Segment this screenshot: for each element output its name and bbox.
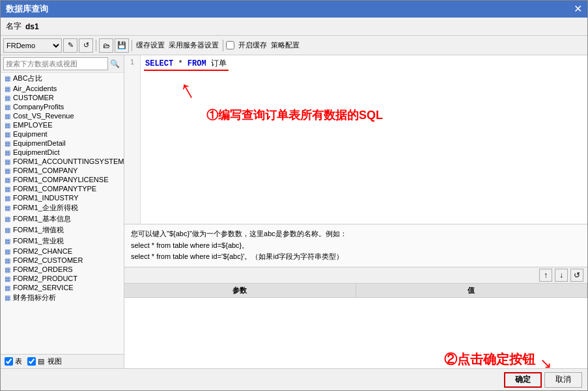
table-list-item[interactable]: ▦FORM2_ORDERS [1, 265, 124, 274]
table-row-icon: ▦ [5, 94, 10, 101]
value-col-header: 值 [356, 284, 588, 297]
server-settings-label: 采用服务器设置 [169, 40, 219, 50]
params-refresh-button[interactable]: ↺ [570, 269, 583, 282]
table-list: ▦ABC占比▦Air_Accidents▦CUSTOMER▦CompanyPro… [1, 73, 124, 354]
table-item-label: EquipmentDetail [13, 139, 66, 147]
table-item-label: FORM1_COMPANY [13, 167, 77, 174]
toolbar: FRDemo ✎ ↺ 🗁 💾 缓存设置 采用服务器设置 开启缓存 策略配置 [1, 36, 587, 55]
cancel-button[interactable]: 取消 [544, 372, 582, 388]
table-list-item[interactable]: ▦FORM1_COMPANYLICENSE [1, 175, 124, 184]
table-item-label: 财务指标分析 [13, 293, 56, 303]
table-item-label: FORM2_CUSTOMER [13, 256, 83, 264]
annotation-arrow2: ↘ [540, 355, 552, 372]
table-list-item[interactable]: ▦FORM2_PRODUCT [1, 274, 124, 283]
table-row-icon: ▦ [5, 140, 10, 147]
move-down-button[interactable]: ↓ [555, 269, 568, 282]
table-row-icon: ▦ [5, 176, 10, 183]
table-list-item[interactable]: ▦FORM2_CHANCE [1, 247, 124, 256]
table-row-icon: ▦ [5, 248, 10, 255]
params-col-header: 参数 [124, 284, 356, 297]
table-list-item[interactable]: ▦CompanyProfits [1, 102, 124, 111]
database-query-dialog: 数据库查询 ✕ 名字 ds1 FRDemo ✎ ↺ 🗁 💾 缓存设置 采用服务器… [0, 0, 588, 391]
table-row-icon: ▦ [5, 75, 10, 82]
table-list-item[interactable]: ▦EMPLOYEE [1, 120, 124, 129]
open-file-button[interactable]: 🗁 [99, 38, 113, 53]
table-list-item[interactable]: ▦EquipmentDetail [1, 139, 124, 148]
table-list-item[interactable]: ▦FORM1_营业税 [1, 236, 124, 247]
table-row-icon: ▦ [5, 237, 10, 245]
table-row-icon: ▦ [5, 131, 10, 138]
dialog-title: 数据库查询 [6, 3, 48, 15]
table-item-label: Air_Accidents [13, 85, 57, 92]
table-list-item[interactable]: ▦FORM1_基本信息 [1, 213, 124, 224]
move-up-button[interactable]: ↑ [539, 269, 552, 282]
table-list-item[interactable]: ▦Air_Accidents [1, 84, 124, 93]
datasource-select[interactable]: FRDemo [3, 38, 62, 53]
search-input[interactable] [3, 57, 108, 70]
table-row-icon: ▦ [5, 85, 10, 92]
table-list-item[interactable]: ▦FORM1_COMPANY [1, 166, 124, 175]
table-item-label: CUSTOMER [13, 94, 54, 101]
close-button[interactable]: ✕ [574, 4, 582, 14]
view-checkbox[interactable] [27, 357, 36, 366]
table-list-item[interactable]: ▦Cost_VS_Revenue [1, 111, 124, 120]
content-area: 🔍 ▦ABC占比▦Air_Accidents▦CUSTOMER▦CompanyP… [1, 55, 587, 368]
right-panel: 1 SELECT * FROM 订单 ↑ ①编写查询订单表所有数据的SQL [124, 55, 587, 368]
table-row-icon: ▦ [5, 284, 10, 291]
table-list-item[interactable]: ▦财务指标分析 [1, 292, 124, 303]
table-item-label: EquipmentDict [13, 148, 60, 156]
table-list-item[interactable]: ▦FORM2_CUSTOMER [1, 256, 124, 265]
view-icon: ▤ [38, 357, 44, 366]
table-item-label: EMPLOYEE [13, 121, 53, 129]
annotation-text2: ②点击确定按钮 [444, 351, 535, 368]
table-row-icon: ▦ [5, 167, 10, 174]
table-list-item[interactable]: ▦FORM2_SERVICE [1, 283, 124, 292]
table-item-label: FORM1_COMPANYLICENSE [13, 176, 109, 183]
table-row-icon: ▦ [5, 195, 10, 202]
separator1 [96, 40, 96, 51]
sql-editor-area: 1 SELECT * FROM 订单 ↑ ①编写查询订单表所有数据的SQL [124, 55, 587, 224]
save-file-button[interactable]: 💾 [115, 38, 129, 53]
ok-button[interactable]: 确定 [504, 372, 542, 388]
table-item-label: FORM2_CHANCE [13, 247, 72, 255]
table-item-label: FORM1_ACCOUNTTINGSYSTEM [13, 157, 124, 165]
autostart-label: 开启缓存 [238, 40, 267, 50]
search-row: 🔍 [1, 55, 124, 73]
view-checkbox-label[interactable]: ▤ 视图 [27, 357, 62, 366]
table-list-item[interactable]: ▦Equipment [1, 129, 124, 139]
table-list-item[interactable]: ▦ABC占比 [1, 73, 124, 84]
sql-text: SELECT * FROM 订单 [145, 59, 227, 68]
edit-icon: ✎ [68, 41, 74, 49]
refresh-button[interactable]: ↺ [79, 38, 93, 53]
table-item-label: CompanyProfits [13, 103, 64, 111]
params-info-line3: select * from table where id='${abc}'。（如… [131, 251, 581, 263]
table-row-icon: ▦ [5, 275, 10, 282]
table-list-item[interactable]: ▦FORM1_ACCOUNTTINGSYSTEM [1, 157, 124, 166]
table-row-icon: ▦ [5, 294, 10, 301]
table-item-label: FORM1_COMPANYTYPE [13, 185, 96, 193]
params-info-line1: 您可以键入"${abc}"做为一个参数数，这里abc是参数的名称。例如： [131, 228, 581, 240]
name-row: 名字 ds1 [1, 18, 587, 36]
table-checkbox-label[interactable]: 表 [5, 357, 22, 366]
table-list-item[interactable]: ▦CUSTOMER [1, 93, 124, 102]
sql-content[interactable]: SELECT * FROM 订单 [141, 55, 587, 224]
refresh-icon: ↺ [83, 41, 89, 49]
search-button[interactable]: 🔍 [108, 57, 121, 70]
autostart-checkbox[interactable] [226, 41, 234, 49]
table-checkbox[interactable] [5, 357, 13, 366]
table-row-icon: ▦ [5, 122, 10, 129]
title-bar: 数据库查询 ✕ [1, 1, 587, 18]
table-list-item[interactable]: ▦FORM1_增值税 [1, 224, 124, 236]
table-row-icon: ▦ [5, 226, 10, 234]
table-row-icon: ▦ [5, 113, 10, 120]
params-table-header: 参数 值 [124, 284, 587, 298]
params-info: 您可以键入"${abc}"做为一个参数数，这里abc是参数的名称。例如： sel… [124, 224, 587, 267]
edit-button[interactable]: ✎ [63, 38, 77, 53]
save-icon: 💾 [117, 41, 126, 49]
table-list-item[interactable]: ▦FORM1_COMPANYTYPE [1, 184, 124, 193]
table-list-item[interactable]: ▦FORM1_INDUSTRY [1, 193, 124, 202]
table-list-item[interactable]: ▦FORM1_企业所得税 [1, 202, 124, 213]
separator2 [132, 40, 132, 51]
table-list-item[interactable]: ▦EquipmentDict [1, 148, 124, 157]
table-item-label: FORM1_基本信息 [13, 214, 71, 224]
